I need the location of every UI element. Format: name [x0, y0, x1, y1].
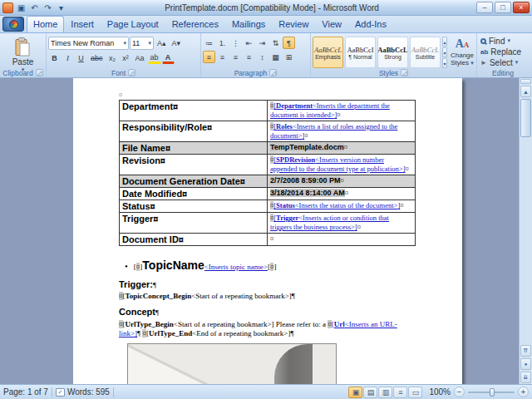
zoom-level[interactable]: 100% — [429, 387, 451, 397]
line-spacing-button[interactable]: ↕ — [256, 51, 268, 63]
gallery-down-button[interactable]: ▾ — [442, 47, 447, 57]
style-emphasis[interactable]: AaBbCcLEmphasis — [313, 37, 343, 68]
scroll-up-button[interactable]: ▲ — [520, 86, 531, 97]
change-styles-button[interactable]: AA Change Styles ▾ — [450, 37, 475, 67]
scroll-thumb[interactable] — [520, 99, 531, 137]
row-value-cell[interactable]: ¤[Status<Inserts the status of the docum… — [268, 200, 416, 213]
increase-indent-button[interactable]: ⇥ — [256, 37, 268, 49]
row-label-cell[interactable]: Status¤ — [120, 200, 268, 213]
subscript-button[interactable]: x₂ — [106, 52, 119, 64]
italic-button[interactable]: I — [62, 52, 74, 64]
row-value-cell[interactable]: ¤[SPDRevision<Inserts version number app… — [268, 155, 416, 175]
browse-previous-button[interactable]: ⇈ — [520, 345, 531, 357]
zoom-slider[interactable] — [468, 387, 515, 397]
outline-button[interactable]: ≡ — [393, 387, 407, 398]
row-value-cell[interactable]: TempTemplate.docm¤ — [268, 142, 416, 155]
styles-dialog-launcher-icon[interactable]: ◿ — [401, 69, 408, 76]
row-value-cell[interactable]: ¤[Department<Inserts the department the … — [268, 101, 416, 121]
bullets-button[interactable]: ≔ — [203, 37, 215, 49]
decrease-indent-button[interactable]: ⇤ — [243, 37, 255, 49]
tab-add-ins[interactable]: Add-Ins — [348, 16, 393, 32]
align-center-button[interactable]: ≡ — [216, 51, 229, 63]
document-image[interactable] — [127, 343, 337, 384]
style-normal[interactable]: AaBbCcI¶ Normal — [345, 37, 376, 68]
row-value-cell[interactable]: ¤[Trigger<Inserts action or condition th… — [268, 213, 416, 234]
row-value-cell[interactable]: ¤ — [268, 234, 416, 246]
draft-button[interactable]: ▭ — [408, 387, 422, 398]
row-label-cell[interactable]: Date Modified¤ — [120, 188, 268, 200]
row-label-cell[interactable]: Document Generation Date¤ — [120, 175, 268, 188]
maximize-button[interactable]: □ — [495, 2, 511, 13]
shrink-font-button[interactable]: A▾ — [170, 37, 184, 50]
split-handle[interactable] — [520, 79, 531, 84]
gallery-up-button[interactable]: ▴ — [442, 37, 447, 47]
select-button[interactable]: ► Select ▾ — [479, 57, 527, 67]
zoom-in-button[interactable]: + — [518, 387, 529, 397]
multilevel-list-button[interactable]: ⋮ — [229, 37, 242, 49]
row-value-cell[interactable]: ¤[Roles<Inserts a list of roles assigned… — [268, 121, 416, 142]
find-button[interactable]: Find ▾ — [479, 36, 527, 46]
tab-mailings[interactable]: Mailings — [225, 16, 272, 32]
page-indicator[interactable]: Page: 1 of 7 — [3, 387, 48, 397]
row-label-cell[interactable]: Trigger¤ — [120, 213, 268, 234]
change-case-button[interactable]: Aa — [133, 52, 147, 64]
minimize-button[interactable]: – — [476, 2, 493, 13]
web-layout-button[interactable]: ▥ — [378, 387, 392, 398]
document-area[interactable]: ¤ Department¤¤[Department<Inserts the de… — [0, 78, 519, 384]
tab-insert[interactable]: Insert — [64, 16, 101, 32]
browse-next-button[interactable]: ⇊ — [520, 372, 531, 383]
sort-button[interactable]: ⇅ — [269, 37, 282, 49]
tab-home[interactable]: Home — [27, 16, 64, 32]
show-formatting-marks-button[interactable]: ¶ — [283, 37, 295, 49]
text-highlight-button[interactable]: ab — [148, 52, 161, 64]
close-button[interactable]: × — [513, 2, 530, 13]
office-button[interactable] — [2, 17, 24, 32]
save-icon[interactable]: ▣ — [15, 2, 27, 14]
print-layout-button[interactable]: ▣ — [348, 387, 362, 398]
vertical-scrollbar[interactable]: ▲ ⇈ ● ⇊ — [519, 78, 532, 384]
tab-page-layout[interactable]: Page Layout — [101, 16, 165, 32]
zoom-slider-thumb[interactable] — [490, 388, 495, 397]
align-right-button[interactable]: ≡ — [229, 51, 242, 63]
redo-icon[interactable]: ↷ — [42, 2, 54, 14]
superscript-button[interactable]: x² — [120, 52, 132, 64]
zoom-out-button[interactable]: − — [454, 387, 465, 397]
row-label-cell[interactable]: Revision¤ — [120, 155, 268, 175]
font-color-button[interactable]: A — [162, 52, 175, 64]
numbering-button[interactable]: 1. — [216, 37, 229, 49]
replace-button[interactable]: ab Replace — [479, 47, 527, 57]
strikethrough-button[interactable]: abc — [88, 52, 106, 64]
tab-view[interactable]: View — [315, 16, 348, 32]
font-family-select[interactable]: Times New Roman ▾ — [48, 37, 129, 50]
document-page[interactable]: ¤ Department¤¤[Department<Inserts the de… — [73, 78, 462, 384]
clipboard-dialog-launcher-icon[interactable]: ◿ — [36, 69, 43, 76]
word-count[interactable]: ✓ Words: 595 — [56, 387, 110, 397]
row-label-cell[interactable]: Document ID¤ — [120, 234, 268, 246]
row-label-cell[interactable]: Responsibility/Role¤ — [120, 121, 268, 142]
style-strong[interactable]: AaBbCcLStrong — [377, 37, 408, 68]
borders-button[interactable]: ⊞ — [283, 51, 295, 63]
row-label-cell[interactable]: File Name¤ — [120, 142, 268, 155]
row-label-cell[interactable]: Department¤ — [120, 101, 268, 121]
shading-button[interactable]: ▦ — [269, 51, 282, 63]
bold-button[interactable]: B — [48, 52, 61, 64]
tab-review[interactable]: Review — [272, 16, 315, 32]
style-subtitle[interactable]: AaBbCcLSubtitle — [410, 37, 441, 68]
full-screen-reading-button[interactable]: ▤ — [363, 387, 377, 398]
scroll-track[interactable] — [520, 138, 532, 344]
paragraph-dialog-launcher-icon[interactable]: ◿ — [269, 69, 277, 76]
gallery-more-button[interactable]: ▾ — [442, 58, 447, 68]
tab-references[interactable]: References — [165, 16, 225, 32]
qat-customize-button[interactable]: ▾ — [55, 2, 67, 14]
formatting-mark: ¤ — [119, 91, 462, 100]
font-dialog-launcher-icon[interactable]: ◿ — [128, 69, 135, 76]
undo-icon[interactable]: ↶ — [28, 2, 41, 14]
row-value-cell[interactable]: 3/18/2014 8:14:00 AM¤ — [268, 188, 416, 200]
select-browse-object-button[interactable]: ● — [520, 358, 531, 370]
underline-button[interactable]: U — [75, 52, 87, 64]
row-value-cell[interactable]: 2/7/2008 8:59:00 PM¤ — [268, 175, 416, 188]
justify-button[interactable]: ≡ — [243, 51, 255, 63]
font-size-select[interactable]: 11 ▾ — [130, 37, 154, 50]
align-left-button[interactable]: ≡ — [203, 51, 215, 63]
grow-font-button[interactable]: A▴ — [155, 37, 169, 50]
